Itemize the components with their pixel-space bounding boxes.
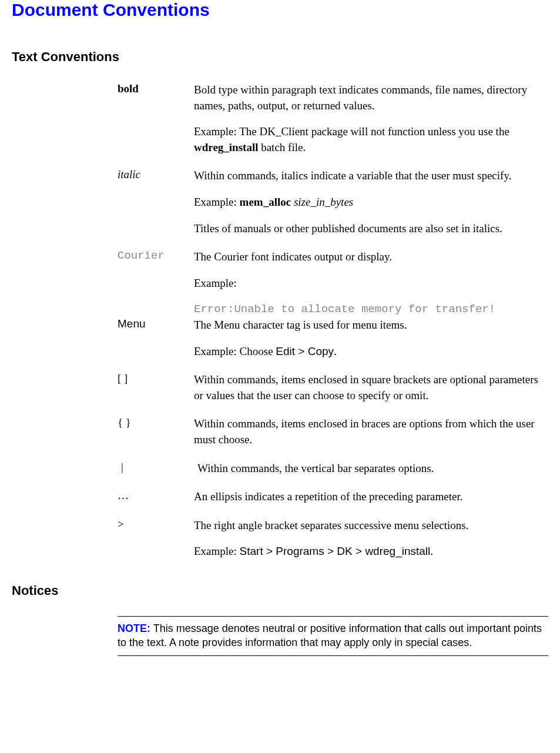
table-row: > The right angle bracket separates succ… — [118, 518, 548, 560]
paragraph: The Courier font indicates output or dis… — [194, 249, 548, 265]
text-menu: Edit > Copy — [276, 345, 334, 357]
conv-body: The Menu character tag is used for menu … — [194, 317, 548, 359]
text-fragment: Example: Choose — [194, 345, 276, 357]
conv-label-angle: > — [118, 518, 194, 531]
conv-label-bold: bold — [118, 82, 194, 95]
conv-body: Within commands, italics indicate a vari… — [194, 168, 548, 236]
paragraph: Example: Start > Programs > DK > wdreg_i… — [194, 544, 548, 560]
text-italic: size_in_bytes — [294, 196, 353, 208]
conv-label-brackets: [ ] — [118, 372, 194, 385]
notice-text: This message denotes neutral or positive… — [118, 623, 542, 648]
paragraph: Titles of manuals or other published doc… — [194, 221, 548, 237]
section-heading-text-conventions: Text Conventions — [12, 49, 548, 65]
paragraph: An ellipsis indicates a repetition of th… — [194, 489, 548, 505]
table-row: { } Within commands, items enclosed in b… — [118, 416, 548, 447]
conv-label-menu: Menu — [118, 317, 194, 330]
paragraph: Example: mem_alloc size_in_bytes — [194, 195, 548, 210]
conv-label-ellipsis: … — [118, 489, 194, 502]
conv-body: The right angle bracket separates succes… — [194, 518, 548, 560]
table-row: [ ] Within commands, items enclosed in s… — [118, 372, 548, 403]
text-bold: mem_alloc — [240, 196, 291, 208]
notice-label: NOTE: — [118, 623, 150, 634]
table-row: italic Within commands, italics indicate… — [118, 168, 548, 236]
table-row: | Within commands, the vertical bar sepa… — [118, 461, 548, 477]
conv-label-courier: Courier — [118, 249, 194, 262]
conv-label-pipe: | — [118, 461, 197, 474]
paragraph: Example: Choose Edit > Copy. — [194, 344, 548, 360]
paragraph: Example: The DK_Client package will not … — [194, 124, 548, 155]
table-row: Courier The Courier font indicates outpu… — [118, 249, 548, 317]
paragraph: The Menu character tag is used for menu … — [194, 317, 548, 333]
text-bold: wdreg_install — [194, 141, 258, 153]
paragraph: Within commands, the vertical bar separa… — [197, 461, 548, 477]
conventions-table: bold Bold type within paragraph text ind… — [118, 82, 548, 560]
conv-body: An ellipsis indicates a repetition of th… — [194, 489, 548, 505]
page-title: Document Conventions — [12, 0, 548, 20]
paragraph: Bold type within paragraph text indicate… — [194, 82, 548, 113]
paragraph: Within commands, items enclosed in squar… — [194, 372, 548, 403]
paragraph: Within commands, italics indicate a vari… — [194, 168, 548, 184]
conv-body: Within commands, the vertical bar separa… — [197, 461, 548, 477]
table-row: Menu The Menu character tag is used for … — [118, 317, 548, 359]
text-fragment: . — [334, 345, 337, 357]
conv-body: Within commands, items enclosed in brace… — [194, 416, 548, 447]
paragraph: Within commands, items enclosed in brace… — [194, 416, 548, 447]
text-fragment: Example: — [194, 545, 240, 557]
text-fragment: Example: — [194, 196, 240, 208]
text-menu: Start > Programs > DK > wdreg_install — [240, 545, 431, 557]
conv-label-braces: { } — [118, 416, 194, 429]
notice-box: NOTE: This message denotes neutral or po… — [118, 616, 548, 657]
conv-body: Bold type within paragraph text indicate… — [194, 82, 548, 155]
conv-body: Within commands, items enclosed in squar… — [194, 372, 548, 403]
conv-label-italic: italic — [118, 168, 194, 181]
text-fragment: . — [430, 545, 433, 557]
paragraph: The right angle bracket separates succes… — [194, 518, 548, 534]
table-row: bold Bold type within paragraph text ind… — [118, 82, 548, 155]
text-fragment: Example: The DK_Client package will not … — [194, 125, 509, 138]
section-heading-notices: Notices — [12, 583, 548, 598]
text-fragment: batch file. — [258, 141, 306, 153]
paragraph: Example: — [194, 276, 548, 292]
code-output: Error:Unable to allocate memory for tran… — [194, 302, 548, 317]
table-row: … An ellipsis indicates a repetition of … — [118, 489, 548, 505]
conv-body: The Courier font indicates output or dis… — [194, 249, 548, 317]
